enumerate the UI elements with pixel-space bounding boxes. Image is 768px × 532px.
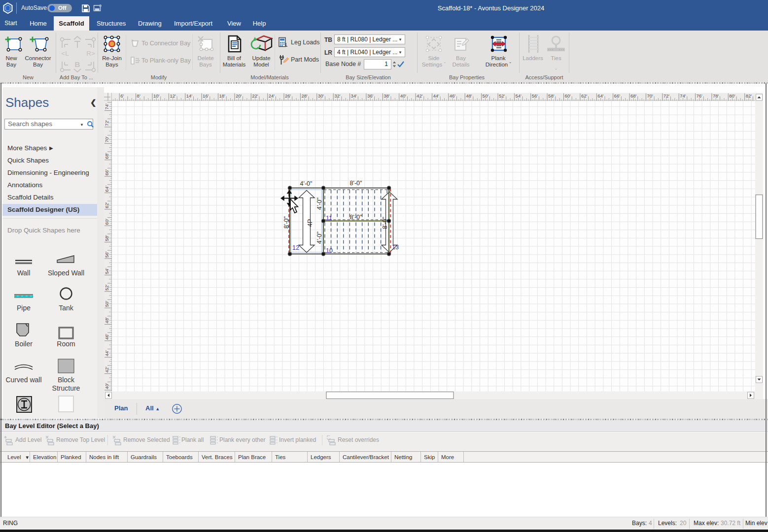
svg-text:72': 72'	[663, 93, 670, 98]
svg-text:40': 40'	[400, 93, 407, 98]
svg-text:68': 68'	[630, 93, 637, 98]
svg-text:50': 50'	[483, 93, 489, 98]
svg-text:10': 10'	[153, 93, 160, 98]
svg-text:54': 54'	[104, 267, 109, 274]
svg-text:58': 58'	[548, 93, 555, 98]
svg-text:36': 36'	[367, 93, 374, 98]
svg-text:52': 52'	[104, 284, 109, 291]
svg-text:40': 40'	[104, 383, 109, 389]
svg-text:8'-0": 8'-0"	[350, 213, 362, 220]
svg-text:42': 42'	[104, 366, 109, 373]
svg-text:82': 82'	[746, 93, 752, 98]
svg-text:64': 64'	[597, 93, 604, 98]
svg-text:56': 56'	[104, 251, 109, 258]
svg-text:4P: 4P	[306, 219, 314, 227]
svg-text:11: 11	[326, 214, 332, 221]
svg-text:12': 12'	[170, 93, 176, 98]
svg-text:48': 48'	[104, 317, 109, 323]
svg-text:44': 44'	[433, 93, 440, 98]
svg-text:74': 74'	[104, 103, 109, 109]
svg-text:28': 28'	[301, 93, 308, 98]
svg-text:4'-0": 4'-0"	[300, 180, 313, 187]
svg-text:44': 44'	[104, 350, 109, 356]
svg-text:26': 26'	[285, 93, 291, 98]
svg-text:8'-0": 8'-0"	[350, 179, 362, 186]
svg-text:64': 64'	[104, 185, 109, 192]
svg-text:74': 74'	[680, 93, 686, 98]
svg-text:78': 78'	[713, 93, 719, 98]
svg-text:50': 50'	[104, 300, 109, 307]
svg-text:8': 8'	[137, 93, 140, 98]
svg-text:4'-0": 4'-0"	[316, 198, 323, 210]
svg-text:54': 54'	[515, 93, 522, 98]
svg-text:72': 72'	[104, 120, 109, 126]
svg-text:62': 62'	[581, 93, 588, 98]
svg-text:13: 13	[392, 243, 399, 250]
svg-text:22': 22'	[252, 93, 258, 98]
svg-text:20': 20'	[236, 93, 242, 98]
svg-text:46': 46'	[104, 333, 109, 340]
svg-text:46': 46'	[450, 93, 456, 98]
svg-text:38': 38'	[384, 93, 390, 98]
svg-text:18': 18'	[219, 93, 226, 98]
svg-text:60': 60'	[104, 218, 109, 225]
svg-text:76': 76'	[697, 93, 703, 98]
svg-text:66': 66'	[614, 93, 621, 98]
svg-text:80': 80'	[729, 93, 735, 98]
svg-text:30': 30'	[318, 93, 324, 98]
svg-text:32': 32'	[334, 93, 341, 98]
svg-text:16': 16'	[203, 93, 209, 98]
svg-text:66': 66'	[104, 169, 109, 175]
svg-text:24': 24'	[269, 93, 275, 98]
svg-text:34': 34'	[351, 93, 357, 98]
svg-text:60': 60'	[565, 93, 571, 98]
svg-text:B: B	[75, 61, 80, 68]
svg-text:68': 68'	[104, 153, 109, 159]
svg-text:56': 56'	[532, 93, 538, 98]
svg-text:48': 48'	[466, 93, 472, 98]
svg-text:8'-0": 8'-0"	[382, 217, 388, 229]
svg-text:62': 62'	[104, 202, 109, 208]
svg-text:58': 58'	[104, 234, 109, 241]
svg-text:8'-0": 8'-0"	[283, 216, 290, 229]
svg-text:10: 10	[326, 247, 333, 254]
svg-text:52': 52'	[499, 93, 505, 98]
svg-text:4'-0": 4'-0"	[316, 232, 323, 244]
svg-text:70': 70'	[647, 93, 653, 98]
svg-text:70': 70'	[104, 136, 109, 142]
svg-text:14': 14'	[186, 93, 193, 98]
svg-text:6': 6'	[120, 93, 124, 98]
svg-text:12: 12	[292, 244, 299, 251]
svg-text:42': 42'	[417, 93, 423, 98]
